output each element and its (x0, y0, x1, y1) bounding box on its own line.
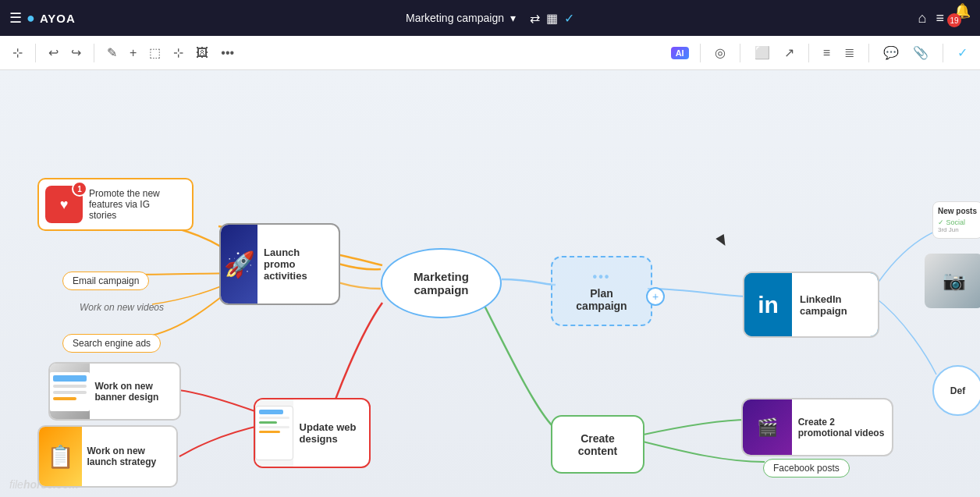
update-label: Update web designs (293, 399, 369, 467)
plan-dots: ••• (593, 270, 611, 284)
menu-icon[interactable]: ≡ (936, 10, 944, 27)
promo-image: 🎬 (743, 399, 792, 455)
banner-image (50, 364, 90, 419)
bullet-list-icon[interactable]: ≡ (820, 43, 833, 63)
create-label: Create content (568, 432, 627, 457)
add-button[interactable]: + (126, 43, 140, 63)
ayoa-logo-icon: ● (27, 10, 35, 27)
export-button[interactable]: ↗ (781, 42, 797, 63)
right-image-icon: 📷 (925, 254, 980, 308)
canvas: ♥ 1 Promote the new features via IG stor… (0, 70, 980, 497)
shuffle-icon[interactable]: ⇄ (530, 11, 540, 26)
toolbar-separator2 (94, 44, 94, 62)
comment-icon[interactable]: 💬 (880, 42, 902, 63)
strategy-label: Work on new launch strategy (82, 427, 176, 486)
update-image (255, 399, 293, 467)
frame-tool[interactable]: ⬜ (751, 42, 773, 63)
linkedin-icon: in (744, 273, 792, 336)
toolbar-separator4 (740, 44, 740, 62)
title-dropdown-icon[interactable]: ▾ (510, 12, 516, 24)
hamburger-icon[interactable]: ☰ (9, 9, 22, 27)
confirm-icon[interactable]: ✓ (954, 42, 971, 63)
document-title: Marketing campaign (406, 12, 504, 24)
plan-label: Plan campaign (568, 287, 635, 312)
top-right-icons: ⌂ ≡ 🔔 19 (918, 2, 971, 34)
undo-button[interactable]: ↩ (45, 42, 62, 63)
right-image-node: 📷 (925, 254, 980, 308)
voice-icon[interactable]: ◎ (712, 42, 729, 63)
redo-button[interactable]: ↪ (68, 42, 84, 63)
toolbar-separator6 (868, 44, 869, 62)
def-node[interactable]: Def (932, 365, 980, 416)
cursor2-tool[interactable]: ⊹ (170, 42, 186, 63)
logo-area: ☰ ● AYOA (9, 9, 76, 27)
image-tool[interactable]: 🖼 (193, 43, 211, 63)
ayoa-logo-text: AYOA (40, 12, 76, 25)
banner-label: Work on new banner design (90, 364, 179, 419)
work-on-videos-text: Work on new videos (80, 302, 164, 313)
ig-node[interactable]: ♥ 1 Promote the new features via IG stor… (37, 178, 194, 231)
central-node[interactable]: Marketing campaign (381, 248, 502, 318)
mouse-cursor (715, 234, 729, 248)
grid-view-icon[interactable]: ▦ (546, 11, 558, 26)
ig-badge: 1 (72, 181, 87, 197)
plan-plus-button[interactable]: + (646, 287, 665, 306)
plan-campaign-node[interactable]: ••• Plan campaign (551, 256, 652, 326)
toolbar-right: AI ◎ ⬜ ↗ ≡ ≣ 💬 📎 ✓ (671, 42, 971, 63)
launch-image: 🚀 (221, 225, 257, 304)
toolbar: ⊹ ↩ ↪ ✎ + ⬚ ⊹ 🖼 ••• AI ◎ ⬜ ↗ ≡ ≣ 💬 📎 ✓ (0, 36, 980, 70)
update-web-designs-node[interactable]: Update web designs (254, 398, 371, 468)
new-posts-label: New posts (938, 207, 978, 215)
toolbar-separator7 (943, 44, 943, 62)
notification-badge: 19 (947, 13, 961, 27)
promo-videos-node[interactable]: 🎬 Create 2 promotional videos (741, 398, 893, 456)
cursor-tool[interactable]: ⊹ (9, 42, 26, 63)
ig-text: Promote the new features via IG stories (89, 188, 167, 221)
more-options-button[interactable]: ••• (218, 43, 237, 63)
pen-tool[interactable]: ✎ (104, 42, 120, 63)
facebook-posts-tag[interactable]: Facebook posts (763, 459, 850, 477)
ig-heart-icon: ♥ 1 (45, 186, 83, 223)
banner-design-node[interactable]: Work on new banner design (48, 362, 181, 421)
attachment-icon[interactable]: 📎 (910, 42, 932, 63)
email-campaign-tag[interactable]: Email campaign (62, 272, 149, 290)
notification-icon[interactable]: 🔔 19 (953, 2, 971, 34)
linkedin-node[interactable]: in LinkedIn campaign (743, 272, 879, 338)
select-tool[interactable]: ⬚ (146, 42, 164, 63)
search-engine-ads-tag[interactable]: Search engine ads (62, 334, 161, 353)
strategy-image: 📋 (39, 427, 82, 486)
create-content-node[interactable]: Create content (551, 415, 644, 474)
launch-strategy-node[interactable]: 📋 Work on new launch strategy (37, 425, 178, 488)
home-icon[interactable]: ⌂ (918, 10, 927, 27)
topbar: ☰ ● AYOA Marketing campaign ▾ ⇄ ▦ ✓ ⌂ ≡ … (0, 0, 980, 36)
align-icon[interactable]: ≣ (841, 42, 858, 63)
launch-promo-node[interactable]: 🚀 Launch promo activities (219, 223, 340, 305)
toolbar-left: ⊹ ↩ ↪ ✎ + ⬚ ⊹ 🖼 ••• (9, 42, 237, 63)
check-icon[interactable]: ✓ (564, 11, 574, 26)
ai-button[interactable]: AI (671, 47, 689, 59)
center-title: Marketing campaign ▾ ⇄ ▦ ✓ (406, 11, 574, 26)
new-posts-panel[interactable]: New posts ✓ Social 3rd Jun (932, 201, 980, 239)
toolbar-separator (35, 44, 36, 62)
promo-label: Create 2 promotional videos (792, 399, 892, 455)
launch-label: Launch promo activities (257, 225, 339, 304)
date-label: 3rd Jun (938, 226, 978, 233)
toolbar-separator3 (700, 44, 701, 62)
linkedin-label: LinkedIn campaign (792, 273, 878, 336)
social-label: ✓ Social (938, 218, 978, 226)
central-label: Marketing campaign (394, 270, 488, 296)
toolbar-separator5 (808, 44, 809, 62)
watermark-prefix: file (9, 478, 23, 491)
